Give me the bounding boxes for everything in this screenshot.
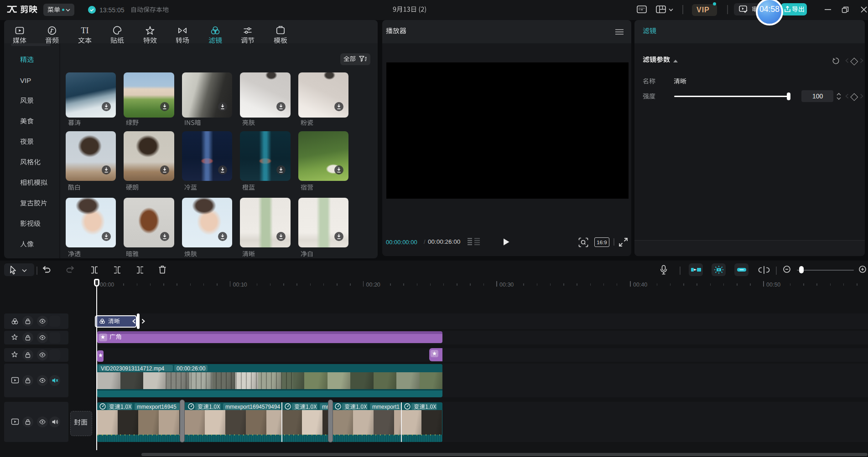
svg-text:TI: TI (81, 26, 88, 35)
